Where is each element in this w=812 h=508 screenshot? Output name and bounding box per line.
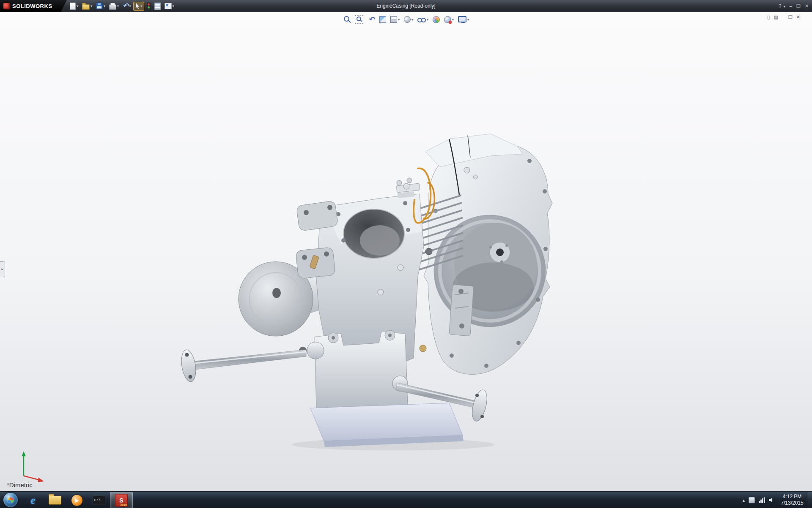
graphics-viewport[interactable]: ↶ ▾ ▾ ▾ ▾ ▾ ▯ ▤ – ❐ ✕ ▸: [0, 12, 812, 491]
design-binder-icon: [154, 3, 161, 10]
zoom-to-fit-button[interactable]: [342, 15, 352, 24]
taskbar-internet-explorer[interactable]: e: [22, 492, 44, 508]
zoom-to-area-icon: [355, 15, 363, 24]
windows-taskbar: e ▶ C:\ S 2015 ▴ 4:12 PM 7/13/2015: [0, 491, 812, 508]
taskbar-file-explorer[interactable]: [44, 492, 66, 508]
chevron-down-icon[interactable]: ▾: [398, 18, 400, 22]
orientation-triad: [22, 451, 44, 482]
command-prompt-icon: C:\: [93, 496, 105, 505]
open-button[interactable]: ▾: [81, 2, 93, 11]
base-plate-part[interactable]: [310, 403, 464, 447]
chevron-down-icon[interactable]: ▾: [427, 18, 428, 22]
hide-show-items-button[interactable]: ▾: [416, 16, 430, 23]
title-bar: EngineCasing [Read-only] SOLIDWORKS ▾ ▾ …: [0, 0, 812, 12]
options-button[interactable]: ▾: [163, 2, 176, 10]
view-orientation-button[interactable]: ▾: [389, 15, 401, 24]
view-orientation-label: *Dimetric: [7, 481, 33, 489]
pane-left-button[interactable]: ▯: [767, 14, 770, 20]
chevron-down-icon[interactable]: ▾: [104, 4, 105, 8]
new-document-button[interactable]: ▾: [69, 2, 80, 11]
zoom-to-fit-icon: [343, 16, 351, 23]
undo-icon: ↶: [123, 3, 128, 9]
select-tool-button[interactable]: ▾: [133, 2, 144, 11]
section-view-icon: [379, 16, 386, 23]
taskbar-media-player[interactable]: ▶: [66, 492, 88, 508]
show-desktop-button[interactable]: [807, 491, 812, 508]
chevron-down-icon[interactable]: ▾: [784, 5, 785, 8]
chevron-down-icon[interactable]: ▾: [467, 18, 469, 22]
doc-minimize-button[interactable]: –: [782, 15, 785, 20]
apply-scene-button[interactable]: ▾: [443, 15, 455, 24]
chevron-down-icon[interactable]: ▾: [411, 18, 413, 22]
taskbar-buttons: e ▶ C:\ S 2015: [22, 491, 133, 508]
clock-date: 7/13/2015: [778, 500, 806, 506]
media-player-icon: ▶: [71, 495, 82, 506]
chevron-down-icon[interactable]: ▾: [173, 4, 174, 8]
solidworks-app-icon: S 2015: [115, 494, 128, 507]
view-settings-icon: [458, 16, 466, 22]
undo-button[interactable]: ↶ ▾: [121, 2, 132, 10]
taskbar-solidworks[interactable]: S 2015: [110, 492, 133, 508]
expand-panel-arrow-icon: ▸: [1, 267, 3, 271]
previous-view-button[interactable]: ↶: [366, 15, 376, 24]
save-button[interactable]: ▾: [95, 2, 107, 10]
help-button[interactable]: ? ▾: [779, 3, 785, 8]
view-settings-button[interactable]: ▾: [457, 16, 470, 23]
section-view-button[interactable]: [378, 15, 387, 24]
chevron-down-icon[interactable]: ▾: [117, 4, 119, 8]
save-icon: [96, 3, 103, 9]
print-button[interactable]: ▾: [108, 2, 120, 11]
new-document-icon: [70, 3, 76, 10]
previous-view-icon: ↶: [368, 16, 375, 23]
doc-restore-button[interactable]: ❐: [788, 14, 793, 20]
rebuild-stoplight-icon: [147, 3, 151, 9]
dassault-systemes-icon: [3, 3, 10, 9]
zoom-to-area-button[interactable]: [354, 14, 365, 25]
document-window-controls: ▯ ▤ – ❐ ✕: [767, 14, 800, 20]
edit-appearance-button[interactable]: [431, 15, 441, 24]
brand-text: SOLIDWORKS: [12, 3, 52, 9]
minimize-button[interactable]: –: [790, 3, 792, 8]
display-style-button[interactable]: ▾: [403, 15, 414, 24]
restore-button[interactable]: ❐: [796, 3, 801, 9]
solidworks-year-badge: 2015: [120, 503, 127, 506]
select-cursor-icon: [135, 3, 140, 9]
edit-appearance-ball-icon: [433, 16, 440, 23]
pane-split-button[interactable]: ▤: [774, 14, 778, 20]
options-icon: [165, 3, 172, 9]
taskbar-command-prompt[interactable]: C:\: [88, 492, 110, 508]
doc-close-button[interactable]: ✕: [796, 14, 800, 20]
window-controls: ? ▾ – ❐ ✕: [779, 0, 809, 12]
engine-casing-model[interactable]: [0, 12, 812, 491]
volume-icon[interactable]: [769, 497, 774, 503]
left-axle-part[interactable]: [179, 349, 306, 383]
design-binder-button[interactable]: [153, 2, 162, 11]
close-button[interactable]: ✕: [805, 3, 809, 9]
system-tray: ▴ 4:12 PM 7/13/2015: [743, 491, 806, 508]
chevron-down-icon[interactable]: ▾: [452, 18, 454, 22]
chevron-down-icon[interactable]: ▾: [129, 4, 131, 8]
chevron-down-icon[interactable]: ▾: [77, 4, 78, 8]
tray-app-icon[interactable]: [749, 497, 755, 503]
taskbar-clock[interactable]: 4:12 PM 7/13/2015: [778, 494, 806, 506]
view-orientation-cube-icon: [390, 16, 397, 23]
open-folder-icon: [82, 4, 90, 10]
print-icon: [109, 4, 116, 10]
solidworks-logo: SOLIDWORKS: [0, 0, 67, 12]
main-toolbar: ▾ ▾ ▾ ▾ ↶ ▾ ▾ ▾: [69, 0, 177, 12]
chevron-down-icon[interactable]: ▾: [140, 4, 142, 8]
rebuild-button[interactable]: [145, 2, 152, 10]
chevron-down-icon[interactable]: ▾: [91, 4, 92, 8]
folder-icon: [49, 496, 61, 505]
hidden-icons-button[interactable]: ▴: [743, 498, 745, 502]
apply-scene-icon: [444, 16, 451, 23]
heads-up-view-toolbar: ↶ ▾ ▾ ▾ ▾ ▾: [341, 14, 471, 25]
hide-show-glasses-icon: [417, 17, 426, 22]
featuremanager-collapsed-tab[interactable]: ▸: [0, 261, 5, 277]
display-style-icon: [404, 16, 411, 23]
windows-flag-icon: [7, 497, 14, 503]
start-button[interactable]: [3, 493, 18, 507]
internet-explorer-icon: e: [30, 494, 36, 507]
help-icon: ?: [779, 3, 782, 8]
network-icon[interactable]: [759, 497, 765, 503]
